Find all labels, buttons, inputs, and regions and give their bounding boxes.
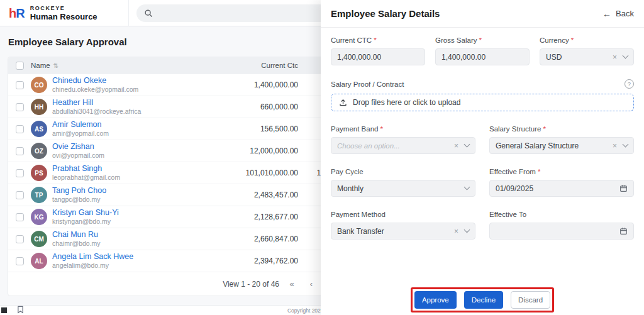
chevron-down-icon: [623, 53, 629, 59]
payment-method-select[interactable]: Bank Transfer ×: [331, 223, 475, 240]
file-upload-dropzone[interactable]: Drop files here or click to upload: [331, 94, 634, 111]
upload-icon: [339, 99, 347, 107]
sort-icon: ⇅: [53, 62, 58, 69]
dropzone-text: Drop files here or click to upload: [353, 98, 460, 107]
employee-name-link[interactable]: Chai Mun Ru: [52, 230, 101, 240]
pagination-first-button[interactable]: «: [285, 277, 299, 291]
employee-email: leoprabhat@gmail.com: [52, 174, 120, 182]
employee-name-link[interactable]: Chinedu Okeke: [52, 76, 138, 86]
back-button[interactable]: ← Back: [602, 9, 634, 19]
avatar: AL: [31, 253, 47, 269]
payment-band-label: Payment Band*: [331, 125, 475, 133]
row-checkbox[interactable]: [16, 257, 24, 265]
required-asterisk: *: [380, 125, 382, 133]
payment-band-placeholder: Choose an option...: [337, 142, 400, 150]
required-asterisk: *: [479, 36, 481, 44]
row-checkbox[interactable]: [16, 103, 24, 111]
employee-name-link[interactable]: Tang Poh Choo: [52, 186, 106, 196]
avatar: CM: [31, 231, 47, 247]
employee-email: angelalim@bdo.my: [52, 262, 133, 270]
clear-icon[interactable]: ×: [454, 228, 458, 235]
effective-from-label: Effective From*: [489, 168, 634, 175]
discard-button[interactable]: Discard: [511, 291, 550, 309]
employee-email: amir@yopmail.com: [52, 130, 109, 138]
employee-name-link[interactable]: Prabhat Singh: [52, 164, 120, 174]
row-checkbox[interactable]: [16, 81, 24, 89]
currency-select[interactable]: USD ×: [540, 48, 634, 65]
column-header-name-label: Name: [31, 62, 50, 69]
avatar: OZ: [31, 143, 47, 159]
required-asterisk: *: [543, 125, 545, 133]
drawer-footer: Approve Decline Discard: [321, 285, 644, 315]
avatar: PS: [31, 165, 47, 181]
current-ctc-cell: 101,010,000.00: [207, 169, 298, 177]
current-ctc-cell: 156,500.00: [207, 124, 298, 133]
row-checkbox[interactable]: [16, 235, 24, 243]
employee-email: abdullahi3041@rockeye.africa: [52, 108, 141, 116]
gross-salary-input[interactable]: 1,400,000.00: [435, 48, 530, 65]
select-all-checkbox[interactable]: [16, 62, 24, 70]
pay-cycle-label: Pay Cycle: [331, 168, 475, 175]
employee-email: ovi@yopmail.com: [52, 152, 104, 160]
salary-structure-label: Salary Structure*: [489, 125, 634, 133]
brand-name: ROCKEYE: [30, 5, 97, 11]
row-checkbox[interactable]: [16, 147, 24, 155]
clear-icon[interactable]: ×: [454, 142, 458, 150]
current-ctc-cell: 2,394,762.00: [207, 257, 298, 265]
employee-name-link[interactable]: Ovie Zishan: [52, 142, 104, 152]
approve-button[interactable]: Approve: [414, 291, 457, 309]
pagination-summary: View 1 - 20 of 46: [223, 280, 279, 289]
calendar-icon[interactable]: [619, 184, 628, 192]
employee-email: tangpc@bdo.my: [52, 196, 106, 204]
calendar-icon[interactable]: [619, 227, 628, 235]
gross-salary-label: Gross Salary*: [435, 36, 530, 44]
back-arrow-icon: ←: [602, 9, 611, 19]
row-checkbox[interactable]: [16, 169, 24, 177]
brand-subtitle: Human Resource: [30, 12, 97, 21]
employee-name-link[interactable]: Kristyn Gan Shu-Yi: [52, 208, 119, 218]
drawer-body: Current CTC* 1,400,000.00 Gross Salary* …: [321, 28, 644, 285]
pay-cycle-select[interactable]: Monthly: [331, 180, 475, 197]
effective-from-input[interactable]: 01/09/2025: [489, 180, 634, 197]
row-checkbox[interactable]: [16, 125, 24, 133]
chevron-down-icon: [464, 184, 470, 191]
drawer-title: Employee Salary Details: [331, 8, 440, 19]
employee-email: chaimr@bdo.my: [52, 240, 101, 248]
employee-email: kristyngan@bdo.my: [52, 218, 119, 226]
current-ctc-cell: 2,660,847.00: [207, 235, 298, 243]
avatar: TP: [31, 187, 47, 203]
clear-icon[interactable]: ×: [613, 53, 617, 61]
effective-to-label: Effective To: [489, 211, 634, 218]
current-ctc-input[interactable]: 1,400,000.00: [331, 48, 425, 65]
current-ctc-cell: 12,000,000.00: [207, 146, 298, 155]
salary-details-drawer: Employee Salary Details ← Back Current C…: [321, 0, 644, 315]
employee-name-link[interactable]: Amir Sulemon: [52, 120, 109, 130]
clear-icon[interactable]: ×: [613, 142, 617, 150]
info-icon[interactable]: ?: [625, 79, 634, 89]
employee-name-link[interactable]: Heather Hill: [52, 98, 141, 108]
row-checkbox[interactable]: [16, 213, 24, 221]
salary-structure-select[interactable]: General Salary Structure ×: [489, 137, 634, 154]
chevron-down-icon: [464, 141, 470, 148]
bookmark-icon[interactable]: [17, 306, 24, 314]
rockeye-logo-icon: hR: [9, 7, 25, 19]
app-logo[interactable]: hR ROCKEYE Human Resource: [0, 0, 128, 26]
effective-to-input[interactable]: [489, 223, 634, 240]
decline-button[interactable]: Decline: [464, 291, 503, 309]
row-checkbox[interactable]: [16, 191, 24, 199]
column-header-current-ctc[interactable]: Current Ctc: [207, 62, 298, 69]
pagination-prev-button[interactable]: ‹: [304, 277, 318, 291]
salary-proof-label: Salary Proof / Contract: [331, 80, 404, 88]
back-button-label: Back: [616, 9, 634, 18]
current-ctc-cell: 1,400,000.00: [207, 80, 298, 89]
avatar: HH: [31, 99, 47, 115]
current-ctc-cell: 2,483,457.00: [207, 191, 298, 199]
payment-band-select[interactable]: Choose an option... ×: [331, 137, 475, 154]
drawer-header: Employee Salary Details ← Back: [321, 0, 644, 28]
chevron-down-icon: [623, 141, 629, 148]
employee-name-link[interactable]: Angela Lim Sack Hwee: [52, 252, 133, 262]
column-header-name[interactable]: Name⇅: [31, 62, 207, 69]
page-title: Employee Salary Approval: [8, 36, 127, 47]
avatar: CO: [31, 77, 47, 93]
current-ctc-cell: 660,000.00: [207, 102, 298, 111]
